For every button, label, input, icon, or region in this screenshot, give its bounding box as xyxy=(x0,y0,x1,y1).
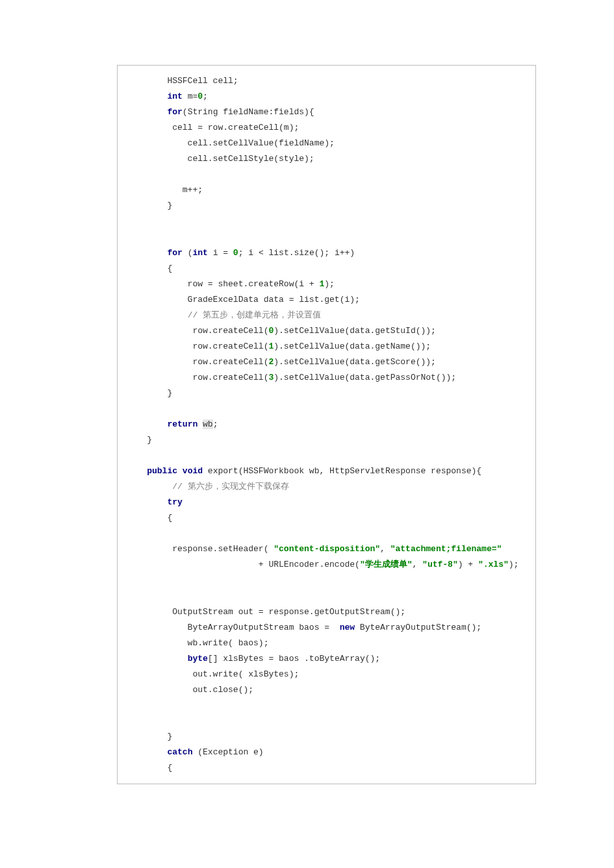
code-token: for xyxy=(167,248,182,258)
code-token: row.createCell( xyxy=(127,357,268,367)
code-token xyxy=(198,419,203,429)
code-line: // 第五步，创建单元格，并设置值 xyxy=(127,308,526,323)
code-token: HSSFCell cell; xyxy=(127,76,238,86)
code-token: ) + xyxy=(458,560,478,569)
code-token xyxy=(127,747,167,757)
code-token xyxy=(127,466,147,476)
code-token: ByteArrayOutputStream baos = xyxy=(127,623,340,632)
code-token: wb.write( baos); xyxy=(127,638,268,648)
code-token: ).setCellValue(data.getStuId()); xyxy=(274,326,436,336)
code-line xyxy=(127,448,526,464)
code-line: public void export(HSSFWorkbook wb, Http… xyxy=(127,464,526,479)
code-token: encode xyxy=(324,560,355,569)
code-line: } xyxy=(127,198,526,214)
code-line: for(String fieldName:fields){ xyxy=(127,105,526,120)
code-line: catch (Exception e) xyxy=(127,745,526,760)
code-token: "学生成绩单" xyxy=(360,560,413,569)
code-token: for xyxy=(167,107,182,117)
code-line xyxy=(127,401,526,417)
code-token: ); xyxy=(324,279,335,289)
code-token: { xyxy=(127,513,172,523)
code-line: int m=0; xyxy=(127,89,526,105)
code-token: row.createCell( xyxy=(127,373,268,382)
code-token: [] xlsBytes = baos .toByteArray(); xyxy=(208,654,380,663)
code-line: } xyxy=(127,386,526,401)
code-line: row.createCell(0).setCellValue(data.getS… xyxy=(127,323,526,339)
code-token: { xyxy=(127,763,172,773)
code-token: byte xyxy=(188,654,208,663)
code-token: ).setCellValue(data.getPassOrNot()); xyxy=(274,373,456,382)
code-token: "attachment;filename=" xyxy=(390,544,502,554)
code-token xyxy=(127,248,167,258)
code-token: , xyxy=(412,560,422,569)
code-line: for (int i = 0; i < list.size(); i++) xyxy=(127,245,526,261)
code-line xyxy=(127,214,526,229)
code-token: export(HSSFWorkbook wb, HttpServletRespo… xyxy=(203,466,481,476)
code-token xyxy=(127,310,188,320)
code-line: GradeExcelData data = list.get(i); xyxy=(127,292,526,308)
code-line: row.createCell(2).setCellValue(data.getS… xyxy=(127,354,526,370)
code-line: } xyxy=(127,729,526,745)
code-token: row = sheet.createRow(i + xyxy=(127,279,319,289)
code-line: response.setHeader( "content-disposition… xyxy=(127,541,526,557)
code-token: ByteArrayOutputStream(); xyxy=(355,623,481,632)
code-token: } xyxy=(127,201,172,210)
code-line: { xyxy=(127,760,526,776)
code-line: + URLEncoder.encode("学生成绩单", "utf-8") + … xyxy=(127,557,526,573)
code-token: return xyxy=(167,419,198,429)
code-token: } xyxy=(127,388,172,398)
code-line: HSSFCell cell; xyxy=(127,73,526,89)
code-line xyxy=(127,526,526,541)
code-token: cell.setCellStyle(style); xyxy=(127,154,314,164)
code-line xyxy=(127,573,526,589)
code-token xyxy=(127,654,188,663)
page-wrapper: HSSFCell cell; int m=0; for(String field… xyxy=(13,65,614,784)
code-token: cell.setCellValue(fieldName); xyxy=(127,138,335,148)
code-token xyxy=(127,497,167,507)
code-token: row.createCell( xyxy=(127,326,268,336)
code-line: cell.setCellValue(fieldName); xyxy=(127,136,526,151)
code-token: ).setCellValue(data.getScore()); xyxy=(274,357,436,367)
code-line xyxy=(127,229,526,245)
code-line: return wb; xyxy=(127,417,526,432)
code-token: int xyxy=(167,92,182,101)
code-token: 0 xyxy=(233,248,238,258)
code-line: { xyxy=(127,261,526,277)
code-token: int xyxy=(192,248,207,258)
code-token: // 第五步，创建单元格，并设置值 xyxy=(188,310,321,320)
code-token: ; xyxy=(213,419,218,429)
code-token xyxy=(127,107,167,117)
code-token: "utf-8" xyxy=(422,560,458,569)
code-token: "content-disposition" xyxy=(274,544,380,554)
code-token: try xyxy=(167,497,182,507)
code-token: public void xyxy=(147,466,203,476)
code-token: ).setCellValue(data.getName()); xyxy=(274,341,431,351)
code-token: } xyxy=(127,732,172,741)
code-line xyxy=(127,589,526,604)
code-line: try xyxy=(127,495,526,510)
code-token: out.close(); xyxy=(127,685,253,695)
code-token: m++; xyxy=(127,185,203,195)
code-token: OutputStream out = response.getOutputStr… xyxy=(127,607,405,617)
code-line: } xyxy=(127,432,526,448)
code-token xyxy=(127,92,167,101)
code-line xyxy=(127,698,526,713)
code-token: catch xyxy=(167,747,192,757)
code-line: out.write( xlsBytes); xyxy=(127,667,526,682)
code-line: out.close(); xyxy=(127,682,526,698)
code-line: OutputStream out = response.getOutputStr… xyxy=(127,604,526,620)
code-line: cell.setCellStyle(style); xyxy=(127,151,526,167)
code-token: row.createCell( xyxy=(127,341,268,351)
code-line: byte[] xlsBytes = baos .toByteArray(); xyxy=(127,651,526,667)
code-line: // 第六步，实现文件下载保存 xyxy=(127,479,526,495)
code-token: wb xyxy=(203,419,213,429)
code-token: GradeExcelData data = list.get(i); xyxy=(127,295,360,304)
code-token: ); xyxy=(509,560,519,569)
code-token: ; i < list.size(); i++) xyxy=(238,248,355,258)
code-token: { xyxy=(127,264,172,273)
code-token: , xyxy=(380,544,390,554)
code-line: m++; xyxy=(127,182,526,198)
code-line: { xyxy=(127,510,526,526)
code-line xyxy=(127,167,526,182)
code-line: row = sheet.createRow(i + 1); xyxy=(127,277,526,292)
